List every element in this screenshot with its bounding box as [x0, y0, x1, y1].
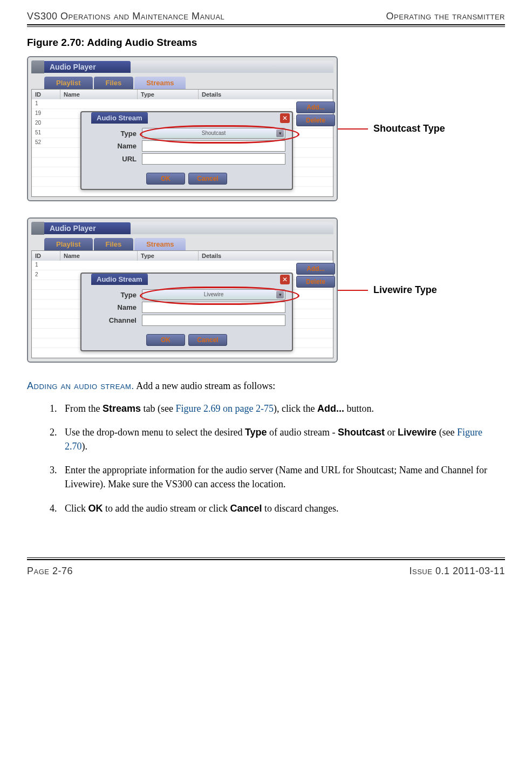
run-in-heading: Adding an audio stream.: [27, 380, 134, 391]
channel-field[interactable]: [142, 315, 285, 326]
window-titlebar-filler: [131, 61, 333, 73]
chevron-down-icon[interactable]: ▾: [276, 130, 284, 137]
type-select[interactable]: Livewire ▾: [142, 289, 285, 300]
col-type: Type: [138, 251, 199, 261]
label-url: URL: [88, 155, 137, 163]
text: Click: [65, 503, 88, 514]
annotation-line: [338, 290, 368, 291]
type-select-value: Shoutcast: [202, 130, 226, 136]
header-rule-thick: [27, 24, 505, 25]
ui-term: Livewire: [398, 427, 436, 438]
text: ), click the: [274, 403, 317, 414]
figure-title: Figure 2.70: Adding Audio Streams: [27, 37, 505, 49]
name-field[interactable]: [142, 302, 285, 313]
text: Use the drop-down menu to select the des…: [65, 427, 245, 438]
cell-id: 20: [32, 119, 60, 128]
table-row[interactable]: 1: [32, 99, 333, 109]
text: of audio stream -: [267, 427, 338, 438]
ui-term: Type: [245, 427, 267, 438]
add-button[interactable]: Add...: [296, 101, 335, 113]
label-type: Type: [88, 291, 137, 299]
ok-button[interactable]: OK: [146, 334, 185, 346]
col-details: Details: [199, 251, 333, 261]
label-channel: Channel: [88, 316, 137, 324]
ui-term: OK: [88, 503, 103, 514]
label-name: Name: [88, 142, 137, 150]
step-4: 4. Click OK to add the audio stream or c…: [50, 501, 505, 515]
delete-button[interactable]: Delete: [296, 276, 335, 288]
delete-button[interactable]: Delete: [296, 114, 335, 126]
label-type: Type: [88, 130, 137, 138]
body-paragraph: Adding an audio stream. Add a new audio …: [27, 379, 505, 393]
cross-ref-link[interactable]: Figure 2.69 on page 2-75: [176, 403, 274, 414]
tab-streams[interactable]: Streams: [134, 238, 186, 250]
footer-rule-thick: [27, 559, 505, 560]
window-titlebar-filler: [131, 222, 333, 234]
step-number: 3.: [50, 463, 65, 491]
footer-rule-thin: [27, 557, 505, 558]
tab-files[interactable]: Files: [94, 77, 134, 89]
col-name: Name: [60, 90, 138, 99]
text: (see: [436, 427, 457, 438]
col-id: ID: [32, 90, 60, 99]
step-number: 2.: [50, 425, 65, 453]
text: to discard changes.: [262, 503, 338, 514]
dialog-title: Audio Stream: [91, 274, 148, 285]
footer-issue: Issue 0.1 2011-03-11: [409, 566, 505, 577]
type-select[interactable]: Shoutcast ▾: [142, 128, 285, 139]
ui-term: Shoutcast: [338, 427, 385, 438]
annotation-livewire: Livewire Type: [373, 284, 437, 296]
header-left: VS300 Operations and Maintenance Manual: [27, 11, 224, 22]
col-type: Type: [138, 90, 199, 99]
text: or: [385, 427, 398, 438]
text: Enter the appropriate information for th…: [65, 463, 505, 491]
col-name: Name: [60, 251, 138, 261]
step-3: 3. Enter the appropriate information for…: [50, 463, 505, 491]
step-number: 1.: [50, 401, 65, 416]
label-name: Name: [88, 303, 137, 311]
window-title: Audio Player: [44, 222, 131, 234]
window-corner: [31, 60, 44, 73]
name-field[interactable]: [142, 140, 285, 152]
footer-page: Page 2-76: [27, 566, 73, 577]
text: From the: [65, 403, 103, 414]
close-icon[interactable]: ✕: [280, 113, 290, 123]
window-corner: [31, 222, 44, 235]
tab-files[interactable]: Files: [94, 238, 134, 250]
annotation-shoutcast: Shoutcast Type: [373, 123, 445, 134]
cell-id: 52: [32, 138, 60, 147]
step-1: 1. From the Streams tab (see Figure 2.69…: [50, 401, 505, 416]
ui-term: Cancel: [230, 503, 262, 514]
text: to add the audio stream or click: [103, 503, 230, 514]
col-id: ID: [32, 251, 60, 261]
text: ).: [82, 441, 88, 452]
col-details: Details: [199, 90, 333, 99]
ui-term: Add...: [317, 403, 344, 414]
annotation-line: [338, 128, 368, 130]
tab-playlist[interactable]: Playlist: [44, 238, 93, 250]
page-header: VS300 Operations and Maintenance Manual …: [27, 11, 505, 24]
tab-playlist[interactable]: Playlist: [44, 77, 93, 89]
ok-button[interactable]: OK: [146, 173, 185, 185]
cell-id: 19: [32, 109, 60, 118]
table-row[interactable]: 1: [32, 261, 333, 270]
page-footer: Page 2-76 Issue 0.1 2011-03-11: [27, 566, 505, 577]
screenshot-livewire: Audio Player Playlist Files Streams ID N…: [27, 217, 338, 363]
chevron-down-icon[interactable]: ▾: [276, 291, 284, 298]
dialog-title: Audio Stream: [91, 112, 148, 124]
audio-stream-dialog: Audio Stream ✕ Type Livewire ▾: [80, 273, 293, 351]
type-select-value: Livewire: [204, 291, 224, 297]
url-field[interactable]: [142, 153, 285, 165]
cell-id: 51: [32, 128, 60, 138]
step-2: 2. Use the drop-down menu to select the …: [50, 425, 505, 453]
cancel-button[interactable]: Cancel: [188, 334, 227, 346]
cancel-button[interactable]: Cancel: [188, 173, 227, 185]
close-icon[interactable]: ✕: [280, 275, 290, 284]
cell-id: 1: [32, 261, 60, 270]
screenshot-shoutcast: Audio Player Playlist Files Streams ID N…: [27, 56, 338, 201]
header-right: Operating the transmitter: [386, 11, 505, 22]
tab-streams[interactable]: Streams: [134, 77, 186, 89]
window-title: Audio Player: [44, 61, 131, 73]
cell-id: 2: [32, 270, 60, 280]
add-button[interactable]: Add...: [296, 263, 335, 275]
